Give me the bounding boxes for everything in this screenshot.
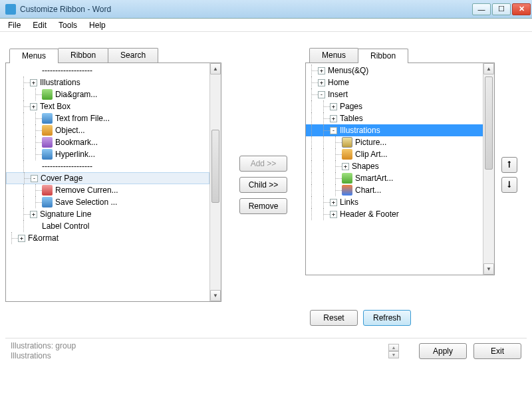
tree-item-pages[interactable]: +Pages <box>306 100 483 112</box>
left-tab-search[interactable]: Search <box>108 48 158 63</box>
menu-file[interactable]: File <box>3 19 26 31</box>
spin-up-icon[interactable]: ▲ <box>388 344 399 351</box>
expand-icon[interactable]: + <box>30 103 37 110</box>
right-tab-strip: Menus Ribbon <box>309 48 495 63</box>
label: Menus(&Q) <box>328 66 368 75</box>
tree-item-smartart[interactable]: SmartArt... <box>306 172 483 184</box>
label: Picture... <box>355 138 386 147</box>
move-up-button[interactable]: 🠕 <box>501 157 517 173</box>
left-tree[interactable]: ------------------- +Illustrations Dia&g… <box>6 63 209 301</box>
tree-item-insert[interactable]: -Insert <box>306 88 483 100</box>
tree-item-coverpage[interactable]: -Cover Page <box>6 172 209 184</box>
scroll-up-icon[interactable]: ▲ <box>483 63 494 74</box>
label: Illustrations <box>40 78 80 87</box>
tree-item-saveselection[interactable]: Save Selection ... <box>6 196 209 208</box>
label: F&ormat <box>28 233 59 243</box>
exit-button[interactable]: Exit <box>473 343 521 359</box>
right-tab-menus[interactable]: Menus <box>309 48 358 63</box>
label: Remove Curren... <box>55 186 118 195</box>
remove-button[interactable]: Remove <box>239 198 287 214</box>
reorder-arrows: 🠕 🠗 <box>501 48 520 302</box>
left-scrollbar[interactable]: ▲ ▼ <box>209 63 221 301</box>
expand-icon[interactable]: + <box>342 163 349 170</box>
right-tab-ribbon[interactable]: Ribbon <box>358 49 408 63</box>
divider-label: ------------------- <box>42 162 92 171</box>
tree-item-bookmark[interactable]: Bookmark... <box>6 136 209 148</box>
maximize-button[interactable]: ☐ <box>492 3 511 15</box>
tree-item-signature[interactable]: +Signature Line <box>6 208 209 220</box>
tree-item-shapes[interactable]: +Shapes <box>306 160 483 172</box>
add-button[interactable]: Add >> <box>239 156 287 172</box>
scroll-down-icon[interactable]: ▼ <box>483 263 494 275</box>
expand-icon[interactable]: + <box>318 79 325 86</box>
tree-item-home[interactable]: +Home <box>306 76 483 88</box>
expand-icon[interactable]: + <box>330 211 337 218</box>
spin-down-icon[interactable]: ▼ <box>388 351 399 358</box>
label: Insert <box>328 90 348 99</box>
tree-item-object[interactable]: Object... <box>6 124 209 136</box>
menu-edit[interactable]: Edit <box>27 19 52 31</box>
menu-help[interactable]: Help <box>84 19 111 31</box>
label: Hyperlink... <box>55 150 95 159</box>
label: Signature Line <box>40 209 91 219</box>
left-tab-ribbon[interactable]: Ribbon <box>58 48 108 63</box>
status-spinner[interactable]: ▲ ▼ <box>388 344 399 358</box>
tree-divider[interactable]: ------------------- <box>6 65 209 76</box>
tree-item-menusq[interactable]: +Menus(&Q) <box>306 65 483 76</box>
tree-item-illustrations[interactable]: -Illustrations <box>306 124 483 136</box>
expand-icon[interactable]: + <box>330 103 337 110</box>
expand-icon[interactable]: + <box>30 79 37 86</box>
chart-icon <box>342 185 352 196</box>
tree-item-links[interactable]: +Links <box>306 196 483 208</box>
collapse-icon[interactable]: - <box>330 127 337 134</box>
scroll-thumb[interactable] <box>485 76 493 170</box>
reset-button[interactable]: Reset <box>310 310 358 326</box>
tree-item-chart[interactable]: Chart... <box>306 184 483 196</box>
window-controls: — ☐ ✕ <box>472 3 531 15</box>
refresh-button[interactable]: Refresh <box>363 310 411 326</box>
right-scrollbar[interactable]: ▲ ▼ <box>483 63 494 275</box>
expand-icon[interactable]: + <box>330 115 337 122</box>
tree-item-diagram[interactable]: Dia&gram... <box>6 88 209 100</box>
apply-button[interactable]: Apply <box>419 343 467 359</box>
tree-item-headerfooter[interactable]: +Header & Footer <box>306 208 483 220</box>
tree-item-hyperlink[interactable]: Hyperlink... <box>6 148 209 160</box>
label: Label Control <box>42 221 89 231</box>
collapse-icon[interactable]: - <box>318 91 325 98</box>
menu-tools[interactable]: Tools <box>53 19 82 31</box>
child-button[interactable]: Child >> <box>239 177 287 193</box>
scroll-thumb[interactable] <box>211 130 219 203</box>
label: Tables <box>340 114 363 123</box>
tree-item-picture[interactable]: Picture... <box>306 136 483 148</box>
app-icon <box>5 4 16 15</box>
label: Pages <box>340 102 362 111</box>
tree-divider[interactable]: ------------------- <box>6 160 209 172</box>
right-tree[interactable]: +Menus(&Q) +Home -Insert +Pages +Tables … <box>306 63 483 275</box>
label: Shapes <box>352 162 379 171</box>
move-down-button[interactable]: 🠗 <box>501 177 517 193</box>
tree-item-tables[interactable]: +Tables <box>306 112 483 124</box>
smartart-icon <box>342 173 352 184</box>
scroll-up-icon[interactable]: ▲ <box>210 63 221 74</box>
bottom-buttons: Apply Exit <box>419 343 521 359</box>
minimize-button[interactable]: — <box>472 3 491 15</box>
expand-icon[interactable]: + <box>18 235 25 242</box>
expand-icon[interactable]: + <box>30 211 37 218</box>
scroll-down-icon[interactable]: ▼ <box>210 290 221 301</box>
label: Home <box>328 78 349 87</box>
tree-item-clipart[interactable]: Clip Art... <box>306 148 483 160</box>
close-button[interactable]: ✕ <box>512 3 531 15</box>
tree-item-textfromfile[interactable]: Text from File... <box>6 112 209 124</box>
label: Save Selection ... <box>55 198 117 207</box>
left-tab-menus[interactable]: Menus <box>9 49 59 63</box>
label: Text Box <box>40 102 70 111</box>
tree-item-textbox[interactable]: +Text Box <box>6 100 209 112</box>
tree-item-removecurrent[interactable]: Remove Curren... <box>6 184 209 196</box>
tree-item-format[interactable]: +F&ormat <box>6 232 209 244</box>
collapse-icon[interactable]: - <box>31 175 38 182</box>
expand-icon[interactable]: + <box>330 199 337 206</box>
tree-item-illustrations[interactable]: +Illustrations <box>6 76 209 88</box>
expand-icon[interactable]: + <box>318 67 325 74</box>
tree-item-labelcontrol[interactable]: Label Control <box>6 220 209 232</box>
label: Clip Art... <box>355 150 388 159</box>
